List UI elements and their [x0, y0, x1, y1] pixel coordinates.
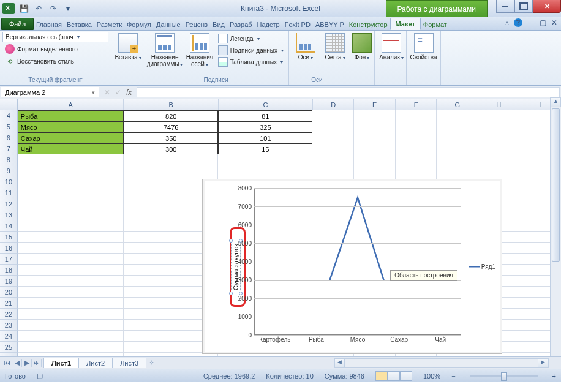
cell[interactable]: 101	[218, 132, 312, 143]
wb-minimize-icon[interactable]: —	[527, 18, 535, 27]
tab-Надстр[interactable]: Надстр	[255, 19, 282, 30]
cell[interactable]	[18, 276, 124, 287]
legend-button[interactable]: Легенда	[216, 33, 286, 44]
row-header[interactable]: 24	[0, 331, 18, 342]
row-header[interactable]: 21	[0, 298, 18, 309]
axes-button[interactable]: Оси	[292, 32, 320, 62]
cell[interactable]	[312, 121, 354, 132]
sheet-prev-icon[interactable]: ◀	[12, 359, 22, 367]
maximize-button[interactable]	[514, 0, 533, 13]
tab-Данные[interactable]: Данные	[154, 19, 183, 30]
tab-Вид[interactable]: Вид	[210, 19, 227, 30]
cell[interactable]: Сахар	[18, 132, 124, 143]
cell[interactable]	[478, 165, 520, 176]
redo-icon[interactable]: ↷	[47, 2, 60, 15]
cancel-formula-icon[interactable]: ✕	[104, 88, 110, 97]
cell[interactable]	[18, 320, 124, 331]
tab-Разметк[interactable]: Разметк	[94, 19, 124, 30]
row-header[interactable]: 5	[0, 121, 18, 132]
undo-icon[interactable]: ↶	[32, 2, 45, 15]
tab-Foxit PD[interactable]: Foxit PD	[282, 19, 313, 30]
cell[interactable]	[354, 110, 396, 121]
tab-Макет[interactable]: Макет	[390, 18, 421, 30]
file-tab[interactable]: Файл	[1, 18, 34, 30]
cell[interactable]: 325	[218, 121, 312, 132]
help-icon[interactable]: ?	[514, 18, 522, 27]
cell[interactable]	[396, 110, 437, 121]
qat-more-icon[interactable]: ▾	[61, 2, 75, 15]
formula-input[interactable]	[137, 87, 560, 97]
worksheet-grid[interactable]: A B C D E F G H I 4Рыба820815Мясо7476325…	[0, 99, 561, 356]
cell[interactable]	[18, 165, 124, 176]
zoom-slider[interactable]	[470, 375, 538, 377]
scroll-right-icon[interactable]: ▶	[538, 359, 548, 368]
zoom-in-icon[interactable]: +	[552, 372, 556, 380]
tab-Разраб[interactable]: Разраб	[227, 19, 255, 30]
select-all-corner[interactable]	[0, 99, 18, 110]
cell[interactable]	[18, 309, 124, 320]
cell[interactable]	[18, 298, 124, 309]
cell[interactable]	[18, 243, 124, 254]
cell[interactable]: Рыба	[18, 110, 124, 121]
tab-Конструктор[interactable]: Конструктор	[347, 19, 390, 30]
scroll-up-icon[interactable]: ▲	[551, 97, 561, 107]
cell[interactable]: Чай	[18, 143, 124, 154]
cell[interactable]	[312, 110, 354, 121]
row-header[interactable]: 6	[0, 132, 18, 143]
cell[interactable]	[18, 342, 124, 353]
chart-element-dropdown[interactable]: Вертикальная ось (знач	[2, 32, 108, 42]
cell[interactable]	[354, 143, 396, 154]
page-break-view-button[interactable]	[400, 371, 412, 381]
analysis-button[interactable]: Анализ	[377, 32, 405, 62]
row-header[interactable]: 9	[0, 165, 18, 176]
cell[interactable]	[18, 265, 124, 276]
col-header[interactable]: H	[478, 99, 520, 110]
cell[interactable]	[18, 331, 124, 342]
scroll-left-icon[interactable]: ◀	[335, 359, 345, 368]
row-header[interactable]: 12	[0, 198, 18, 209]
background-button[interactable]: Фон	[348, 32, 376, 62]
vertical-scrollbar[interactable]: ▲ ▼	[550, 97, 561, 366]
name-box[interactable]: Диаграмма 2	[1, 87, 99, 97]
page-layout-view-button[interactable]	[388, 371, 400, 381]
plot-area[interactable]: 010002000300040005000600070008000Картофе…	[254, 188, 461, 335]
row-header[interactable]: 19	[0, 276, 18, 287]
series-line[interactable]	[254, 188, 438, 280]
cell[interactable]	[18, 187, 124, 198]
insert-button[interactable]: Вставка	[114, 32, 142, 62]
tab-Вставка[interactable]: Вставка	[64, 19, 94, 30]
cell[interactable]	[478, 154, 520, 165]
sheet-next-icon[interactable]: ▶	[22, 359, 32, 367]
cell[interactable]: 350	[124, 132, 218, 143]
tab-ABBYY P[interactable]: ABBYY P	[313, 19, 347, 30]
cell[interactable]	[437, 110, 478, 121]
cell[interactable]	[18, 176, 124, 187]
wb-restore-icon[interactable]: ▢	[540, 18, 546, 27]
cell[interactable]	[437, 154, 478, 165]
row-header[interactable]: 22	[0, 309, 18, 320]
col-header[interactable]: F	[396, 99, 437, 110]
horizontal-scrollbar[interactable]: ◀▶	[334, 358, 549, 368]
tab-Формул[interactable]: Формул	[124, 19, 154, 30]
save-icon[interactable]: 💾	[17, 2, 31, 15]
cell[interactable]: Мясо	[18, 121, 124, 132]
format-selection-button[interactable]: Формат выделенного	[2, 43, 108, 55]
tab-Формат[interactable]: Формат	[421, 19, 450, 30]
sheet-tab[interactable]: Лист1	[43, 358, 79, 368]
cell[interactable]	[124, 165, 218, 176]
row-header[interactable]: 20	[0, 287, 18, 298]
chart-legend[interactable]: Ряд1	[469, 263, 495, 270]
row-header[interactable]: 10	[0, 176, 18, 187]
new-sheet-icon[interactable]: ✧	[149, 359, 154, 367]
scroll-thumb[interactable]	[552, 108, 560, 262]
cell[interactable]	[396, 132, 437, 143]
sheet-tab[interactable]: Лист3	[112, 358, 146, 368]
sheet-last-icon[interactable]: ⏭	[32, 359, 42, 367]
row-header[interactable]: 7	[0, 143, 18, 154]
row-header[interactable]: 18	[0, 265, 18, 276]
data-labels-button[interactable]: Подписи данных	[216, 45, 286, 56]
cell[interactable]	[354, 165, 396, 176]
cell[interactable]	[437, 121, 478, 132]
cell[interactable]: 7476	[124, 121, 218, 132]
row-header[interactable]: 8	[0, 154, 18, 165]
